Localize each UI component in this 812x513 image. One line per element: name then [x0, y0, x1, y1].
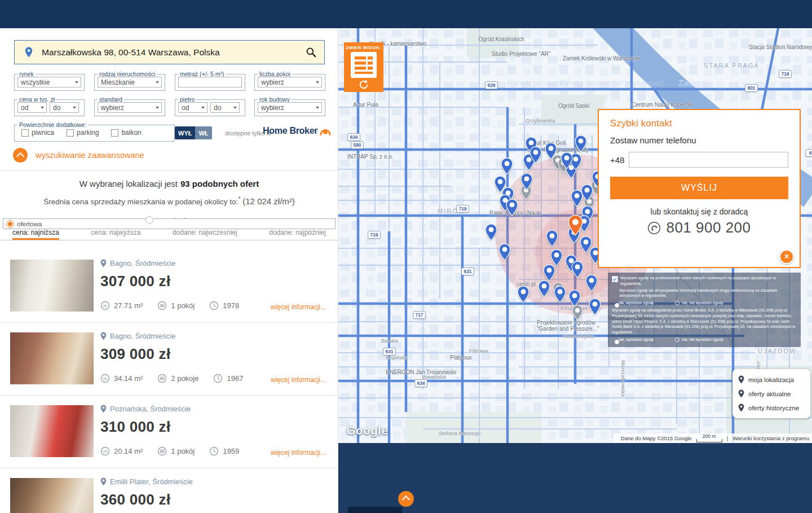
map-pin[interactable] — [545, 142, 557, 160]
map-pin[interactable] — [572, 305, 583, 321]
tab-cena-najnizsza[interactable]: cena: najniższa — [12, 226, 59, 240]
map-pin[interactable] — [589, 298, 601, 315]
toggle-on-button[interactable]: WŁ — [195, 126, 212, 139]
consent-radio-yes-2[interactable]: tak, wyrażam zgodę — [612, 337, 654, 343]
legend-label: oferty aktualne — [748, 391, 791, 397]
pokoje-select[interactable]: wybierz — [258, 77, 322, 87]
search-input[interactable] — [41, 47, 306, 58]
pietro-do-select[interactable]: do — [210, 102, 240, 113]
listing-price: 309 000 zł — [100, 345, 170, 363]
toggle-off-button[interactable]: WYŁ — [175, 126, 195, 139]
checkbox-label: parking — [77, 129, 99, 137]
map-pin[interactable] — [517, 286, 529, 303]
map-area[interactable]: Kornik - kamieniarstwoOgród KrasińskichS… — [338, 28, 812, 443]
checkbox-balkon[interactable]: balkon — [111, 129, 141, 137]
checkbox-label: piwnica — [32, 129, 54, 137]
map-pin[interactable] — [571, 261, 584, 278]
filter-pietro: piętro od do — [175, 99, 245, 116]
map-pin[interactable] — [568, 290, 581, 307]
rooms-icon — [157, 374, 167, 383]
chevron-down-icon — [156, 81, 159, 84]
more-info-link[interactable]: więcej informacji... — [271, 449, 326, 457]
map-label: Platypus — [450, 354, 471, 361]
rynek-value: wszystkie — [21, 78, 50, 86]
consent-radio-no-2[interactable]: nie, nie wyrażam zgody — [675, 337, 723, 343]
listing-price: 307 000 zł — [100, 273, 170, 290]
listing-photo[interactable] — [10, 260, 94, 312]
consent-checkbox[interactable] — [612, 276, 618, 282]
brand-text: Home Broker — [263, 126, 317, 136]
rodzaj-select[interactable]: Mieszkanie — [98, 77, 162, 87]
tab-dodane-najwczesniej[interactable]: dodane: najwczesniej — [173, 226, 237, 240]
rok-select[interactable]: wybierz — [258, 102, 322, 113]
nav-zaloguj[interactable]: Zaloguj — [678, 78, 706, 87]
average-price-line: Średnia cena sprzedaży mieszkania w poda… — [0, 196, 338, 206]
map-pin[interactable] — [571, 190, 583, 207]
standard-select[interactable]: wybierz — [98, 102, 162, 113]
map-label: Studio Projektowe "AR" — [492, 51, 550, 57]
change-view-button[interactable]: ZMIEŃ WIDOK: — [344, 42, 383, 92]
map-pin[interactable] — [546, 230, 558, 247]
consent-radio-yes[interactable]: tak, wyrażam zgodę — [612, 300, 654, 306]
map-label: Stacja Stadion Narodowy - Metro — [749, 44, 812, 50]
advanced-search-link[interactable]: wyszukiwanie zaawansowane — [13, 148, 144, 163]
nav-oferty-dewelopera[interactable]: Oferty dewelopera — [560, 78, 629, 87]
map-pin[interactable] — [520, 173, 533, 190]
tab-dodane-najpozniej[interactable]: dodane: najpóźniej — [269, 226, 326, 240]
price-source-row: cena z 93 ogłoszeń ofertowa transakcyjna — [0, 216, 338, 225]
checkbox-piwnica[interactable]: piwnica — [21, 129, 54, 137]
metraz-input[interactable] — [178, 77, 242, 87]
phone-row: +48 — [610, 152, 788, 168]
map-label: UJAZDÓW — [758, 348, 796, 354]
map-pin[interactable] — [485, 223, 497, 241]
map-pin[interactable] — [498, 243, 511, 261]
nav-kontakt[interactable]: Kontakt — [635, 78, 664, 87]
filter-row-3: Powierzchnie dodatkowe: piwnica parking … — [0, 125, 338, 143]
search-icon[interactable] — [306, 47, 316, 58]
road-shield: 631 — [383, 348, 396, 356]
list-item[interactable]: Poznańska, Śródmieście 310 000 zł 20.14 … — [0, 396, 338, 468]
listing-location: Bagno, Śródmieście — [100, 332, 175, 340]
scroll-top-button[interactable] — [398, 491, 414, 507]
location-pin-icon — [100, 405, 107, 413]
filter-row-1: rynek wszystkie rodzaj nieruchomości Mie… — [0, 74, 338, 92]
map-pin[interactable] — [561, 152, 573, 169]
map-pin[interactable] — [501, 157, 513, 175]
pietro-od-select[interactable]: od — [178, 102, 208, 113]
filter-rodzaj: rodzaj nieruchomości Mieszkanie — [94, 74, 165, 91]
radio-icon — [675, 301, 679, 305]
close-icon[interactable]: × — [779, 249, 794, 264]
list-item[interactable]: Emilii Plater, Śródmieście 360 000 zł — [0, 468, 338, 513]
listing-photo[interactable] — [10, 332, 94, 384]
tab-cena-najwyzsza[interactable]: cena: najwyższa — [91, 226, 140, 240]
phone-input[interactable] — [629, 152, 788, 168]
list-item[interactable]: Bagno, Śródmieście 307 000 zł 27.71 m² 1… — [0, 250, 338, 323]
listing-street: Bagno, Śródmieście — [110, 259, 175, 268]
terms-link[interactable]: Warunki korzystania z programu — [732, 435, 809, 441]
map-pin[interactable] — [506, 199, 518, 216]
more-info-link[interactable]: więcej informacji... — [271, 376, 326, 384]
map-pin[interactable] — [554, 286, 566, 303]
consent-radio-no[interactable]: nie, nie wyrażam zgody — [675, 300, 723, 306]
map-pin[interactable] — [585, 274, 598, 292]
cena-od-select[interactable]: od — [17, 102, 47, 113]
map-pin[interactable] — [568, 214, 583, 236]
map-copyright: Dane do Mapy ©2015 Google — [621, 435, 692, 441]
map-label: Marszałkowska — [620, 360, 626, 397]
listing-photo[interactable] — [10, 478, 94, 513]
radio-label: tak, wyrażam zgodę — [619, 300, 654, 306]
footer-accent — [348, 507, 402, 513]
map-pin[interactable] — [529, 146, 542, 164]
chevron-down-icon — [233, 107, 237, 109]
checkbox-parking[interactable]: parking — [67, 129, 99, 137]
list-item[interactable]: Bagno, Śródmieście 309 000 zł 34.14 m² 2… — [0, 323, 338, 396]
more-info-link[interactable]: więcej informacji... — [271, 303, 326, 311]
map-scale: 200 m — [696, 434, 722, 442]
listing-photo[interactable] — [10, 405, 94, 457]
map-pin[interactable] — [543, 264, 555, 282]
cena-do-select[interactable]: do — [50, 102, 79, 113]
map-pin[interactable] — [575, 135, 587, 152]
map-pin[interactable] — [538, 280, 550, 297]
send-button[interactable]: WYŚLIJ — [610, 177, 788, 199]
rynek-select[interactable]: wszystkie — [17, 77, 81, 87]
